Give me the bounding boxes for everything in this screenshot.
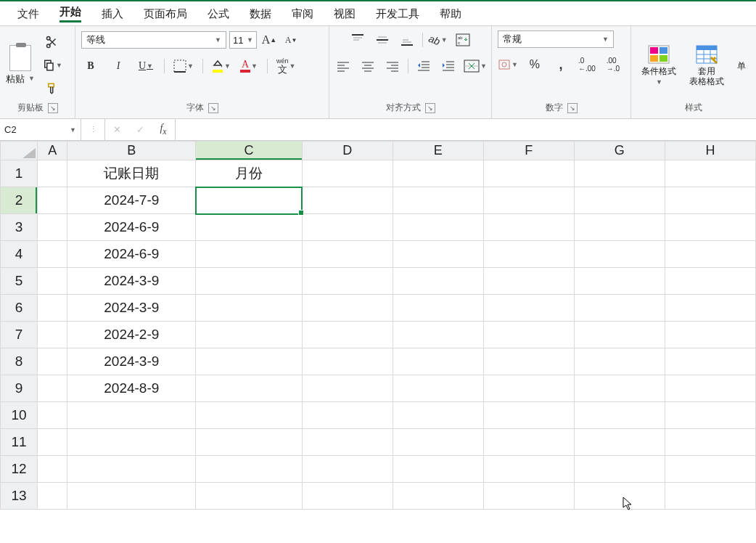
cell[interactable]: [196, 456, 303, 483]
cell[interactable]: [483, 402, 574, 429]
cell[interactable]: [302, 295, 393, 322]
cell[interactable]: [483, 348, 574, 375]
cell[interactable]: [483, 268, 574, 295]
fill-color-button[interactable]: ▼: [212, 57, 231, 75]
align-bottom-button[interactable]: [398, 30, 416, 49]
cell[interactable]: [574, 322, 665, 348]
row-header[interactable]: 1: [1, 160, 38, 187]
increase-decimal-button[interactable]: .0←.00: [578, 55, 596, 74]
row-header[interactable]: 7: [1, 322, 38, 348]
cell[interactable]: [38, 187, 67, 214]
cell[interactable]: [393, 187, 483, 214]
cell[interactable]: [665, 160, 755, 187]
cell[interactable]: [393, 456, 483, 483]
format-painter-button[interactable]: [42, 79, 62, 98]
cell[interactable]: [302, 268, 393, 295]
cell[interactable]: [483, 456, 574, 483]
select-all-corner[interactable]: [1, 142, 38, 160]
cell[interactable]: [574, 268, 665, 295]
cell[interactable]: [483, 483, 574, 510]
cell[interactable]: [665, 268, 755, 295]
cell[interactable]: [483, 241, 574, 268]
font-size-combo[interactable]: 11▼: [229, 31, 257, 49]
cell[interactable]: [665, 322, 755, 348]
cell[interactable]: [38, 160, 67, 187]
tab-home[interactable]: 开始: [49, 2, 91, 25]
italic-button[interactable]: I: [109, 57, 128, 75]
cell[interactable]: [196, 187, 303, 214]
cell[interactable]: 2024-2-9: [67, 322, 196, 348]
cell[interactable]: 2024-3-9: [67, 268, 196, 295]
cell[interactable]: [393, 402, 483, 429]
row-header[interactable]: 3: [1, 214, 38, 241]
cell[interactable]: [574, 187, 665, 214]
fbar-more-button[interactable]: ⋮: [81, 125, 104, 134]
column-header[interactable]: A: [38, 142, 67, 160]
row-header[interactable]: 13: [1, 483, 38, 510]
cell[interactable]: [665, 483, 755, 510]
column-header[interactable]: H: [665, 142, 755, 160]
increase-indent-button[interactable]: [439, 57, 458, 75]
cell[interactable]: [302, 322, 393, 348]
cell[interactable]: [302, 402, 393, 429]
cell[interactable]: [574, 295, 665, 322]
cell[interactable]: [393, 268, 483, 295]
row-header[interactable]: 11: [1, 429, 38, 456]
cell[interactable]: [574, 456, 665, 483]
underline-button[interactable]: U▼: [136, 57, 155, 75]
bold-button[interactable]: B: [81, 57, 100, 75]
phonetic-button[interactable]: wén文▼: [276, 57, 295, 75]
cell[interactable]: [302, 160, 393, 187]
cell[interactable]: 2024-7-9: [67, 187, 196, 214]
cell[interactable]: [665, 402, 755, 429]
number-format-combo[interactable]: 常规▼: [498, 30, 614, 48]
alignment-launcher[interactable]: ↘: [425, 103, 435, 113]
font-color-button[interactable]: A ▼: [239, 57, 258, 75]
row-header[interactable]: 5: [1, 268, 38, 295]
cell[interactable]: [483, 295, 574, 322]
cell[interactable]: [196, 322, 303, 348]
cell[interactable]: [67, 456, 196, 483]
row-header[interactable]: 12: [1, 456, 38, 483]
cell[interactable]: [393, 348, 483, 375]
clipboard-launcher[interactable]: ↘: [48, 103, 58, 113]
cell[interactable]: 月份: [196, 160, 303, 187]
cell[interactable]: [196, 375, 303, 402]
cell[interactable]: [665, 187, 755, 214]
tab-formulas[interactable]: 公式: [197, 4, 239, 23]
cell[interactable]: [196, 241, 303, 268]
cell[interactable]: [665, 375, 755, 402]
column-header[interactable]: G: [574, 142, 665, 160]
cell[interactable]: [302, 214, 393, 241]
cell[interactable]: [665, 241, 755, 268]
paste-button[interactable]: 粘贴▼: [6, 45, 35, 86]
tab-help[interactable]: 帮助: [430, 4, 472, 23]
decrease-decimal-button[interactable]: .00→.0: [604, 55, 623, 74]
cell[interactable]: [38, 295, 67, 322]
cell[interactable]: [574, 483, 665, 510]
orientation-button[interactable]: ab▼: [429, 30, 448, 49]
cell[interactable]: [483, 375, 574, 402]
cell[interactable]: [393, 160, 483, 187]
column-header[interactable]: D: [302, 142, 393, 160]
align-center-button[interactable]: [358, 57, 377, 75]
cell[interactable]: [393, 483, 483, 510]
cell[interactable]: 2024-6-9: [67, 214, 196, 241]
cell[interactable]: [574, 375, 665, 402]
cell[interactable]: 2024-3-9: [67, 295, 196, 322]
cell[interactable]: 记账日期: [67, 160, 196, 187]
cell[interactable]: [67, 483, 196, 510]
formula-input[interactable]: [176, 119, 756, 140]
decrease-indent-button[interactable]: [414, 57, 433, 75]
row-header[interactable]: 2: [1, 187, 38, 214]
cell[interactable]: [67, 402, 196, 429]
row-header[interactable]: 8: [1, 348, 38, 375]
cell[interactable]: [574, 241, 665, 268]
row-header[interactable]: 4: [1, 241, 38, 268]
cell[interactable]: [574, 429, 665, 456]
cell[interactable]: [196, 483, 303, 510]
cell[interactable]: [483, 429, 574, 456]
insert-function-button[interactable]: fx: [152, 123, 175, 136]
cell[interactable]: [38, 322, 67, 348]
cut-button[interactable]: [42, 33, 62, 52]
